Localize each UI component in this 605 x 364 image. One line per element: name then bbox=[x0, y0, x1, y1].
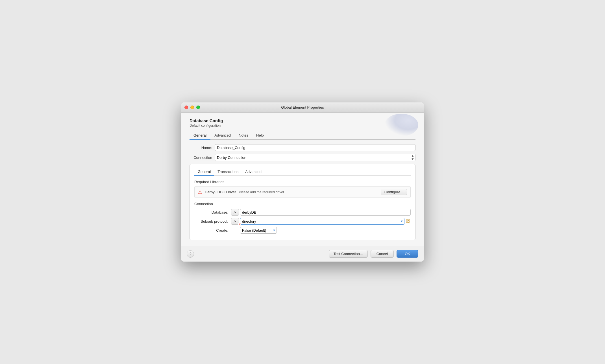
name-label: Name: bbox=[190, 146, 215, 150]
database-label: Database: bbox=[194, 210, 231, 214]
configure-button[interactable]: Configure... bbox=[381, 189, 407, 195]
create-label: Create: bbox=[194, 228, 231, 233]
subsub-row: Subsub protocol: fx ▼ ✕ ⛓ bbox=[194, 218, 411, 225]
subsub-label: Subsub protocol: bbox=[194, 219, 231, 223]
inner-panel: General Transactions Advanced Required L… bbox=[190, 164, 415, 240]
tab-inner-advanced[interactable]: Advanced bbox=[242, 168, 265, 176]
create-row: Create: False (Default) True False ▼ bbox=[194, 227, 411, 234]
help-button[interactable]: ? bbox=[187, 250, 194, 258]
connection-label: Connection bbox=[190, 155, 215, 160]
tab-help[interactable]: Help bbox=[252, 131, 268, 140]
dialog-window: Global Element Properties Database Confi… bbox=[181, 102, 424, 262]
connection-section-title: Connection bbox=[194, 202, 411, 206]
tab-general[interactable]: General bbox=[190, 131, 210, 140]
inner-tabs: General Transactions Advanced bbox=[194, 168, 411, 176]
titlebar: Global Element Properties bbox=[181, 102, 424, 113]
create-select[interactable]: False (Default) True False bbox=[240, 227, 277, 234]
tab-advanced[interactable]: Advanced bbox=[210, 131, 235, 140]
dialog-body: Database Config Default configuration Ge… bbox=[181, 113, 424, 246]
outer-tabs: General Advanced Notes Help bbox=[190, 131, 415, 140]
connection-row: Connection Derby Connection ▲▼ bbox=[190, 154, 415, 161]
connection-select-wrapper: Derby Connection ▲▼ bbox=[215, 154, 415, 161]
close-button[interactable] bbox=[184, 106, 188, 109]
dialog-header-subtitle: Default configuration bbox=[190, 124, 415, 128]
subsub-input-container: ▼ ✕ bbox=[240, 218, 404, 225]
cancel-button[interactable]: Cancel bbox=[371, 250, 394, 258]
dialog-header-title: Database Config bbox=[190, 118, 415, 123]
error-icon: ⚠ bbox=[198, 189, 202, 195]
subsub-input[interactable] bbox=[240, 218, 404, 225]
name-input[interactable] bbox=[215, 144, 415, 151]
tab-inner-general[interactable]: General bbox=[194, 168, 214, 176]
window-title: Global Element Properties bbox=[281, 105, 324, 109]
dialog-footer: ? Test Connection... Cancel OK bbox=[181, 246, 424, 262]
connection-select[interactable]: Derby Connection bbox=[215, 154, 415, 161]
chain-icon[interactable]: ⛓ bbox=[406, 218, 411, 224]
required-libs-box: ⚠ Derby JDBC Driver Please add the requi… bbox=[194, 186, 411, 198]
maximize-button[interactable] bbox=[196, 106, 200, 109]
create-select-wrapper: False (Default) True False ▼ bbox=[240, 227, 277, 234]
traffic-lights bbox=[184, 106, 200, 109]
database-row: Database: fx bbox=[194, 209, 411, 216]
name-row: Name: bbox=[190, 144, 415, 151]
minimize-button[interactable] bbox=[190, 106, 194, 109]
test-connection-button[interactable]: Test Connection... bbox=[329, 250, 368, 258]
subsub-wrapper: ▼ ✕ ⛓ bbox=[240, 218, 411, 225]
driver-hint: Please add the required driver. bbox=[239, 190, 378, 194]
database-fx-button[interactable]: fx bbox=[231, 209, 239, 216]
required-libs-title: Required Libraries bbox=[194, 180, 411, 184]
driver-name: Derby JDBC Driver bbox=[205, 190, 236, 194]
subsub-error-icon: ✕ bbox=[238, 222, 241, 226]
ok-button[interactable]: OK bbox=[397, 250, 418, 258]
tab-inner-transactions[interactable]: Transactions bbox=[214, 168, 242, 176]
database-input[interactable] bbox=[240, 209, 411, 216]
tab-notes[interactable]: Notes bbox=[235, 131, 252, 140]
